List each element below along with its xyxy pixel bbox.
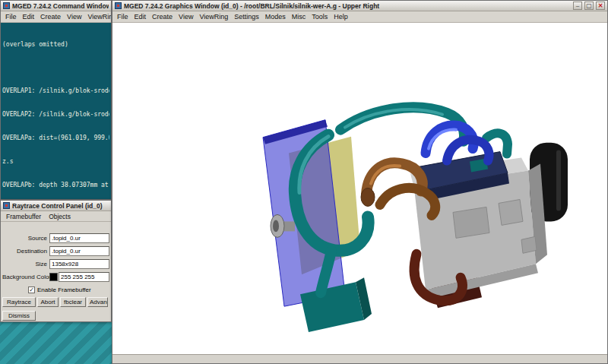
graphics-window-title: MGED 7.24.2 Graphics Window (id_0) - /ro… [124, 2, 571, 10]
size-label: Size [2, 261, 49, 267]
command-window-menubar: File Edit Create View ViewRing Settings [1, 11, 111, 23]
menu-edit[interactable]: Edit [131, 12, 150, 21]
menu-viewring[interactable]: ViewRing [196, 12, 231, 21]
raytrace-panel-title: Raytrace Control Panel (id_0) [12, 202, 109, 210]
raytrace-panel-icon [3, 202, 10, 209]
source-row: Source .topid_0.ur [2, 233, 109, 243]
command-window: MGED 7.24.2 Command Window (id_0) File E… [0, 0, 112, 200]
terminal-line: OVERLAPb: depth 38.07307mm at ( [2, 182, 109, 189]
tab-objects[interactable]: Objects [45, 212, 74, 221]
destination-label: Destination [2, 248, 49, 255]
enable-framebuffer-row: ✓ Enable Framebuffer [28, 285, 109, 294]
terminal-line [2, 64, 109, 71]
menu-misc[interactable]: Misc [289, 12, 309, 21]
menu-modes[interactable]: Modes [262, 12, 289, 21]
brown-pipe-fitting [361, 188, 375, 207]
menu-file[interactable]: File [2, 12, 20, 21]
background-color-row: Background Color 255 255 255 [2, 271, 109, 282]
menu-tools[interactable]: Tools [309, 12, 331, 21]
terminal-line: OVERLAPa: dist=(961.019, 999.0 [2, 135, 109, 142]
destination-input[interactable]: .topid_0.ur [49, 246, 109, 256]
tab-framebuffer[interactable]: Framebuffer [2, 212, 45, 221]
engine-block-recess-3 [521, 236, 537, 253]
size-row: Size 1358x928 [2, 258, 109, 269]
graphics-viewport[interactable] [112, 23, 607, 354]
enable-framebuffer-checkbox[interactable]: ✓ [28, 286, 35, 293]
menu-viewring[interactable]: ViewRing [84, 12, 111, 21]
command-terminal[interactable]: (overlaps omitted) OVERLAP1: /silnik.g/b… [1, 23, 111, 199]
source-input[interactable]: .topid_0.ur [49, 233, 109, 243]
maximize-icon[interactable]: ▢ [584, 2, 594, 10]
engine-model-svg [112, 23, 607, 354]
background-color-label: Background Color [2, 274, 49, 280]
engine-block-recess-1 [453, 207, 489, 238]
advanced-button[interactable]: Advanced [87, 297, 108, 307]
menu-help[interactable]: Help [331, 12, 351, 21]
graphics-window: MGED 7.24.2 Graphics Window (id_0) - /ro… [112, 0, 608, 364]
menu-view[interactable]: View [176, 12, 196, 21]
menu-settings[interactable]: Settings [231, 12, 262, 21]
fbclear-button[interactable]: fbclear [60, 297, 86, 307]
raytrace-panel-tabs: Framebuffer Objects [1, 211, 111, 222]
dismiss-button[interactable]: Dismiss [2, 311, 36, 321]
graphics-window-titlebar[interactable]: MGED 7.24.2 Graphics Window (id_0) - /ro… [112, 1, 607, 11]
command-window-titlebar[interactable]: MGED 7.24.2 Command Window (id_0) [1, 1, 111, 11]
terminal-line: (overlaps omitted) [2, 41, 109, 49]
source-label: Source [2, 235, 49, 242]
menu-edit[interactable]: Edit [20, 12, 38, 21]
terminal-line: OVERLAP1: /silnik.g/blok-srodek [2, 87, 109, 95]
menu-file[interactable]: File [114, 12, 131, 21]
raytrace-control-panel: Raytrace Control Panel (id_0) Framebuffe… [0, 200, 112, 322]
graphics-window-menubar: File Edit Create View ViewRing Settings … [112, 11, 607, 23]
command-window-title: MGED 7.24.2 Command Window (id_0) [12, 2, 109, 10]
terminal-line: OVERLAP2: /silnik.g/blok-srodek [2, 111, 109, 119]
minimize-icon[interactable]: – [573, 2, 582, 10]
black-cylinder-highlight [556, 150, 561, 211]
size-input[interactable]: 1358x928 [49, 259, 109, 269]
menu-view[interactable]: View [64, 12, 84, 21]
mged-window-icon [3, 2, 10, 9]
mged-window-icon [115, 2, 122, 9]
menu-create[interactable]: Create [37, 12, 64, 21]
terminal-line: z.s [2, 158, 109, 166]
destination-row: Destination .topid_0.ur [2, 245, 109, 256]
menu-create[interactable]: Create [149, 12, 176, 21]
raytrace-buttons-row: Raytrace Abort fbclear Advanced [2, 297, 109, 307]
background-color-swatch[interactable] [49, 273, 58, 281]
dismiss-row: Dismiss [2, 311, 109, 321]
enable-framebuffer-label: Enable Framebuffer [37, 286, 91, 293]
close-icon[interactable]: ✕ [596, 2, 605, 10]
raytrace-panel-body: Source .topid_0.ur Destination .topid_0.… [1, 222, 111, 321]
raytrace-button[interactable]: Raytrace [2, 297, 36, 307]
raytrace-panel-titlebar[interactable]: Raytrace Control Panel (id_0) [1, 201, 111, 211]
abort-button[interactable]: Abort [37, 297, 59, 307]
engine-block-recess-2 [499, 199, 523, 225]
background-color-input[interactable]: 255 255 255 [59, 272, 109, 282]
engine-model [263, 107, 568, 332]
graphics-window-footer [112, 354, 607, 363]
